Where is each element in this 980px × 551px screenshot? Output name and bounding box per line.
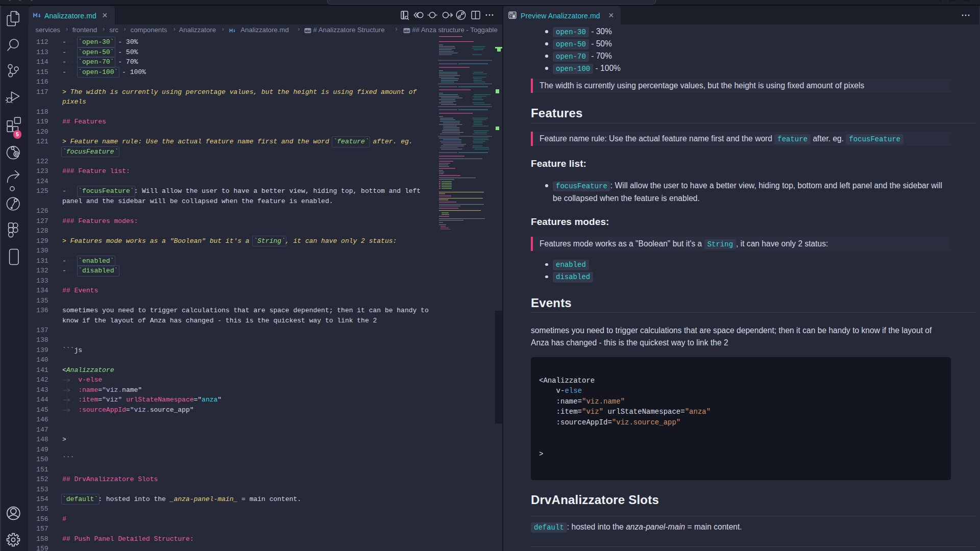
svg-text:abc: abc [404,29,410,33]
svg-text:abc: abc [305,29,311,33]
